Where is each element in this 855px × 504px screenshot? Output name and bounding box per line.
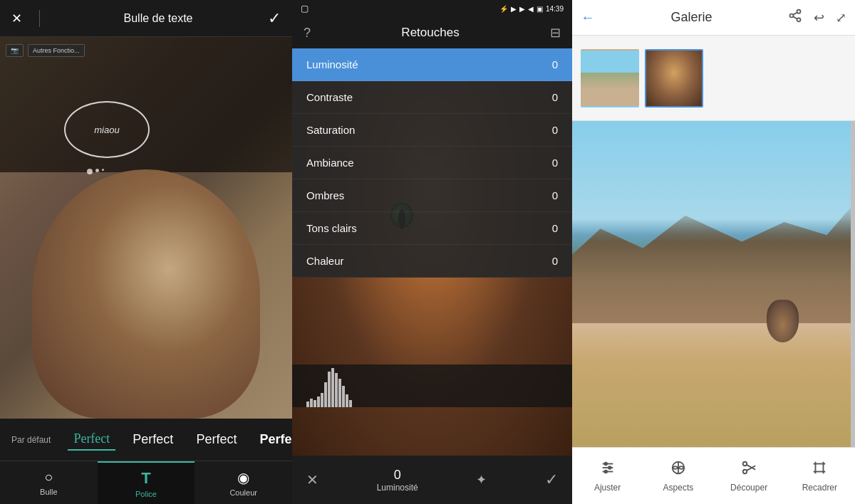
bluetooth-icon: ⚡ xyxy=(499,5,508,13)
font-script[interactable]: Perfect xyxy=(68,429,115,451)
bulle-icon: ○ xyxy=(44,469,53,485)
svg-point-8 xyxy=(604,462,607,465)
hist-bar-8 xyxy=(331,368,334,407)
photo-ui-box2: Autres Fonctio... xyxy=(28,44,85,57)
retouch-saturation[interactable]: Saturation 0 xyxy=(292,114,572,147)
panel1-header-left: ✕ xyxy=(11,10,48,27)
battery-icon: ▣ xyxy=(537,5,543,13)
panel2-bottom-bar: ✕ 0 Luminosité ✦ ✓ xyxy=(292,456,572,504)
magic-wand-button[interactable]: ✦ xyxy=(476,472,487,488)
scroll-indicator[interactable] xyxy=(851,121,855,447)
ombres-value: 0 xyxy=(552,189,558,201)
font-strip: Par défaut Perfect Perfect Perfect Perfe… xyxy=(0,419,292,461)
hist-bar-10 xyxy=(338,379,341,407)
retouch-chaleur[interactable]: Chaleur 0 xyxy=(292,245,572,278)
back-arrow-icon[interactable]: ← xyxy=(581,9,595,26)
gallery-header-right: ↩ ⤢ xyxy=(788,9,846,26)
panel2-confirm-button[interactable]: ✓ xyxy=(545,471,558,489)
panel1-toolbar: Par défaut Perfect Perfect Perfect Perfe… xyxy=(0,419,292,504)
font-sans[interactable]: Perfect xyxy=(127,429,179,450)
status-left: ▢ xyxy=(301,4,309,14)
hist-bar-9 xyxy=(335,373,338,407)
undo-icon[interactable]: ↩ xyxy=(814,10,824,26)
panel2-close-button[interactable]: ✕ xyxy=(306,471,318,488)
signal2-icon: ◀ xyxy=(528,5,534,13)
decouper-icon xyxy=(741,460,757,480)
dot3 xyxy=(102,169,104,171)
thumbnail-beach[interactable] xyxy=(581,49,639,107)
retouch-ambiance[interactable]: Ambiance 0 xyxy=(292,147,572,179)
tool-ajuster[interactable]: Ajuster xyxy=(572,448,643,504)
gallery-thumbnails xyxy=(572,36,855,121)
status-icons: ⚡ ▶ ▶ ◀ ▣ 14:39 xyxy=(499,5,564,13)
speech-bubble[interactable]: miaou xyxy=(64,101,150,158)
hist-bar-12 xyxy=(346,394,348,407)
status-bar: ▢ ⚡ ▶ ▶ ◀ ▣ 14:39 xyxy=(292,0,572,17)
split-view-icon[interactable]: ⊟ xyxy=(550,25,561,41)
retouch-tons-clairs[interactable]: Tons clairs 0 xyxy=(292,212,572,245)
wifi-icon: ▶ xyxy=(511,5,517,13)
luminosite-value: 0 xyxy=(552,58,558,70)
couleur-label: Couleur xyxy=(229,488,257,497)
header-divider xyxy=(39,10,40,27)
chaleur-label: Chaleur xyxy=(306,255,344,267)
help-icon[interactable]: ? xyxy=(304,26,311,41)
recadrer-icon xyxy=(812,460,827,480)
decouper-label: Découper xyxy=(730,483,767,493)
svg-point-1 xyxy=(790,14,794,18)
panel2-current-label: Luminosité xyxy=(377,483,418,493)
photo-ui-box1: 📷 xyxy=(6,44,24,57)
retouch-luminosite[interactable]: Luminosité 0 xyxy=(292,48,572,81)
gallery-title: Galerie xyxy=(670,10,712,25)
thumbnail-cat[interactable] xyxy=(645,49,703,107)
confirm-icon[interactable]: ✓ xyxy=(268,9,281,28)
expand-icon[interactable]: ⤢ xyxy=(836,10,846,26)
hist-bar-6 xyxy=(324,382,327,407)
hist-bar-2 xyxy=(310,399,313,407)
svg-line-3 xyxy=(793,16,797,19)
bubble-text: miaou xyxy=(94,125,119,135)
tool-recadrer[interactable]: Recadrer xyxy=(784,448,855,504)
tool-police[interactable]: T Police xyxy=(98,461,195,504)
ombres-label: Ombres xyxy=(306,189,344,201)
svg-line-4 xyxy=(793,12,797,14)
tool-aspects[interactable]: Aspects xyxy=(643,448,713,504)
retouch-contraste[interactable]: Contraste 0 xyxy=(292,81,572,114)
couleur-icon: ◉ xyxy=(237,469,249,486)
histogram-area xyxy=(292,364,572,407)
tool-couleur[interactable]: ◉ Couleur xyxy=(195,461,292,504)
hist-bar-4 xyxy=(317,397,320,407)
dot1 xyxy=(87,169,93,174)
font-light[interactable]: Perfect xyxy=(190,429,242,450)
tons-clairs-label: Tons clairs xyxy=(306,222,357,234)
cat-body xyxy=(32,169,260,419)
retouch-ombres[interactable]: Ombres 0 xyxy=(292,179,572,212)
retouches-overlay: Luminosité 0 Contraste 0 Saturation 0 Am… xyxy=(292,48,572,278)
luminosite-label: Luminosité xyxy=(306,58,358,70)
svg-rect-17 xyxy=(816,463,824,471)
close-icon[interactable]: ✕ xyxy=(11,11,22,26)
font-bold[interactable]: Perfect xyxy=(254,429,292,450)
aspects-label: Aspects xyxy=(663,483,694,493)
saturation-value: 0 xyxy=(552,124,558,136)
time-display: 14:39 xyxy=(546,5,564,13)
aspects-icon xyxy=(670,460,686,480)
panel2-title: Retouches xyxy=(401,26,459,40)
contraste-value: 0 xyxy=(552,91,558,103)
cat-photo-panel1: 📷 Autres Fonctio... miaou xyxy=(0,37,292,419)
text-bubble-panel: ✕ Bulle de texte ✓ 📷 Autres Fonctio... m… xyxy=(0,0,292,504)
panel1-title: Bulle de texte xyxy=(48,12,268,25)
font-default[interactable]: Par défaut xyxy=(6,432,56,448)
panel1-header: ✕ Bulle de texte ✓ xyxy=(0,0,292,37)
chaleur-value: 0 xyxy=(552,255,558,267)
panel1-image-area: 📷 Autres Fonctio... miaou xyxy=(0,37,292,419)
police-icon: T xyxy=(141,469,150,488)
hist-bar-5 xyxy=(321,393,323,407)
tool-decouper[interactable]: Découper xyxy=(714,448,784,504)
share-icon[interactable] xyxy=(788,9,802,26)
saturation-label: Saturation xyxy=(306,124,355,136)
tool-bulle[interactable]: ○ Bulle xyxy=(0,461,98,504)
ambiance-value: 0 xyxy=(552,157,558,169)
signal-icon: ▶ xyxy=(519,5,525,13)
hist-bar-3 xyxy=(314,400,316,407)
